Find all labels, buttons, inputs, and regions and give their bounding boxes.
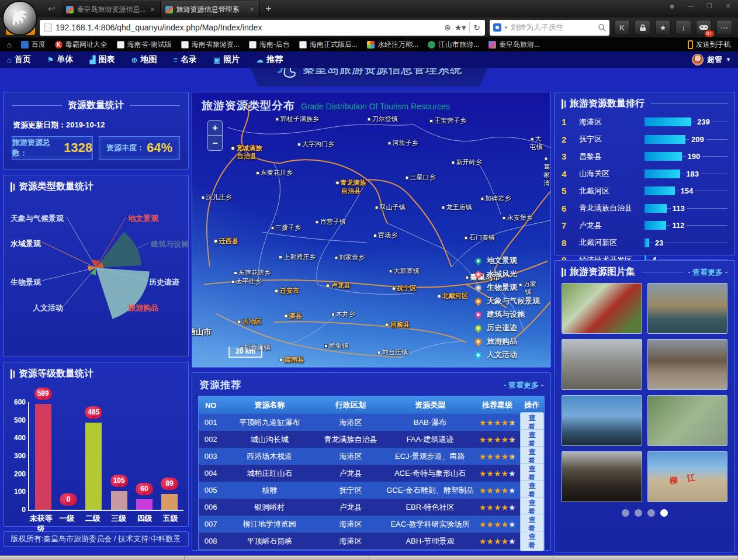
gallery-more-link[interactable]: - 查看更多 -: [688, 267, 727, 278]
map-label-county[interactable]: 迁安市: [275, 287, 299, 295]
gallery-photo[interactable]: [562, 395, 642, 446]
pagination-dot[interactable]: [647, 509, 655, 517]
pagination-dot[interactable]: [660, 509, 668, 517]
map-label-town[interactable]: 永安堡乡: [503, 214, 533, 222]
search-input[interactable]: [511, 23, 595, 32]
zoom-in-button[interactable]: +: [208, 121, 222, 136]
map-label-town[interactable]: 双山子镇: [375, 204, 405, 212]
k-button[interactable]: K: [614, 20, 630, 35]
chevron-down-icon[interactable]: ▼: [504, 25, 508, 30]
nav-item-照片[interactable]: ▣照片: [213, 54, 240, 65]
map-label-town[interactable]: 三星口乡: [406, 174, 436, 182]
view-button[interactable]: 查看: [520, 531, 544, 551]
map-label-town[interactable]: 王宝营子乡: [430, 117, 466, 125]
download-button[interactable]: ↓: [675, 20, 691, 35]
map-label-town[interactable]: 郭杖子满族乡: [276, 115, 319, 123]
url-text[interactable]: 192.168.1.4:806/qhd_quanyu/index.php/Map…: [56, 23, 441, 32]
minimize-button[interactable]: —: [684, 2, 697, 10]
map-label-town[interactable]: 龙王庙镇: [442, 204, 472, 212]
map-label-town[interactable]: 石门寨镇: [465, 234, 495, 242]
recommend-more-link[interactable]: - 查看更多 -: [504, 380, 543, 390]
map-label-town[interactable]: 河坎子乡: [389, 139, 418, 147]
search-icon[interactable]: [598, 23, 606, 32]
gallery-photo[interactable]: [647, 395, 728, 446]
map-label-town[interactable]: 新集镇: [325, 342, 348, 350]
nav-item-地图[interactable]: ⊕地图: [131, 54, 157, 65]
nav-item-图表[interactable]: ▟图表: [90, 54, 115, 65]
nav-item-首页[interactable]: ⌂首页: [7, 54, 31, 65]
tab-back-icon[interactable]: ↩: [48, 4, 56, 14]
skin-icon[interactable]: ◆: [666, 2, 678, 10]
map-label-town[interactable]: 大屯镇: [529, 135, 543, 151]
gallery-photo[interactable]: 柳 江: [647, 451, 728, 502]
gallery-photo[interactable]: [562, 283, 642, 334]
lock-button[interactable]: [635, 20, 650, 35]
map-label-county[interactable]: 迁西县: [214, 237, 238, 246]
browser-tab[interactable]: 秦皇岛旅游资源信息...✕: [61, 1, 161, 18]
map-label-town[interactable]: 刘台庄镇: [378, 348, 408, 357]
gallery-photo[interactable]: [647, 339, 728, 390]
ranking-row[interactable]: 7卢龙县112: [562, 217, 727, 234]
map-label-town[interactable]: 新开岭乡: [452, 158, 482, 167]
pagination-dot[interactable]: [635, 509, 642, 517]
pagination-dot[interactable]: [622, 509, 629, 517]
compass-icon[interactable]: ⊛: [444, 23, 451, 32]
bookmark-item[interactable]: 秦皇岛旅游...: [488, 40, 540, 50]
map-label-town[interactable]: 东黄花川乡: [257, 169, 293, 177]
map-label-town[interactable]: 刀尔登镇: [368, 115, 398, 123]
bookmark-item[interactable]: 海南省旅游资...: [181, 40, 240, 50]
bookmark-item[interactable]: 海南省-测试版: [117, 40, 172, 50]
nav-item-推荐[interactable]: ☁推荐: [256, 54, 283, 65]
map-label-county[interactable]: 宽城满族 自治县: [231, 145, 262, 161]
map-label-county[interactable]: 古冶区: [238, 318, 262, 326]
bookmark-item[interactable]: 海南-后台: [249, 40, 290, 50]
map-label-town[interactable]: 上射雁庄乡: [279, 253, 316, 261]
ranking-row[interactable]: 6青龙满族自治县113: [562, 200, 727, 217]
map-label-town[interactable]: 太平庄乡: [232, 278, 262, 286]
tab-close-icon[interactable]: ✕: [249, 6, 254, 13]
tab-close-icon[interactable]: ✕: [150, 6, 155, 13]
map-label-county[interactable]: 滦县: [285, 312, 302, 320]
taskbar-sliver[interactable]: [0, 555, 738, 560]
type-rose-chart[interactable]: 天象与气候景观地文景观水域景观建筑与设施生物景观历史遗迹人文活动旅游购品: [4, 198, 188, 351]
map-label-town[interactable]: 加碑岩乡: [481, 195, 511, 203]
map-label-town[interactable]: 葛家湾: [543, 155, 550, 187]
refresh-icon[interactable]: ↻: [473, 23, 480, 32]
ranking-row[interactable]: 3昌黎县190: [562, 148, 727, 165]
map-label-county[interactable]: 北戴河区: [438, 292, 468, 300]
map-label-town[interactable]: 汉儿庄乡: [202, 193, 231, 202]
bookmark-star-icon[interactable]: ★▾: [455, 23, 466, 32]
ranking-row[interactable]: 4山海关区183: [562, 165, 727, 183]
nav-item-单体[interactable]: ⚑单体: [47, 54, 74, 65]
map-label-county[interactable]: 昌黎县: [386, 321, 410, 329]
new-tab-button[interactable]: +: [266, 3, 272, 15]
map-label-town[interactable]: 官场乡: [374, 231, 397, 240]
map-label-city[interactable]: 唐山市: [192, 327, 211, 337]
map-label-county[interactable]: 滦南县: [280, 356, 304, 364]
nav-item-名录[interactable]: ≡名录: [173, 54, 197, 65]
map-label-town[interactable]: 大新寨镇: [389, 267, 419, 275]
browser-tab[interactable]: 旅游资源信息管理系✕: [161, 1, 260, 18]
map-label-county[interactable]: 抚宁区: [392, 285, 416, 293]
maximize-button[interactable]: ❐: [703, 2, 716, 10]
map-label-county[interactable]: 青龙满族 自治县: [336, 179, 366, 195]
ranking-row[interactable]: 5北戴河区154: [562, 182, 727, 200]
grade-bar-chart[interactable]: 58904851056089 0100200300400500600: [28, 402, 183, 511]
map-label-town[interactable]: 东莲花院乡: [234, 269, 271, 277]
url-bar[interactable]: 192.168.1.4:806/qhd_quanyu/index.php/Map…: [40, 20, 485, 36]
map-label-town[interactable]: 肖营子镇: [316, 218, 346, 226]
favorites-button[interactable]: ★: [655, 20, 671, 35]
bookmark-item[interactable]: 海南正式版后...: [299, 40, 358, 50]
gallery-photo[interactable]: [562, 339, 642, 390]
map-label-town[interactable]: 木井乡: [332, 310, 355, 319]
map-label-town[interactable]: 刘家营乡: [335, 254, 365, 262]
map-label-town[interactable]: 三拨子乡: [271, 224, 301, 232]
ranking-row[interactable]: 2抚宁区209: [562, 131, 727, 148]
ranking-row[interactable]: 1海港区239: [562, 113, 727, 131]
search-box[interactable]: ▼: [490, 20, 609, 36]
gallery-photo[interactable]: [647, 283, 728, 334]
browser-logo[interactable]: [2, 1, 37, 36]
close-button[interactable]: ✕: [722, 2, 734, 10]
map-label-county[interactable]: 卢龙县: [327, 282, 351, 290]
ranking-row[interactable]: 8北戴河新区23: [562, 234, 727, 252]
